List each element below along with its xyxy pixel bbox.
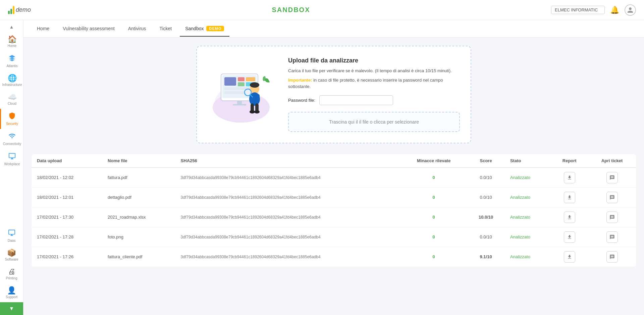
sidebar-toggle[interactable]: ▲ xyxy=(0,21,23,32)
cell-score: 0.0/10 xyxy=(467,168,505,188)
sidebar-label-security: Security xyxy=(6,122,18,126)
open-ticket-button[interactable] xyxy=(606,212,618,223)
sidebar-item-connectivity[interactable]: Connectivity xyxy=(0,129,23,149)
cell-report[interactable] xyxy=(551,168,588,188)
cell-status: Analizzato xyxy=(505,187,551,207)
password-label: Password file: xyxy=(288,98,315,103)
svg-rect-16 xyxy=(256,94,260,102)
sidebar-item-security[interactable]: Security xyxy=(0,109,23,129)
cloud-icon: ☁️ xyxy=(8,93,17,101)
cell-threats: 0 xyxy=(400,207,467,227)
sidebar-item-home[interactable]: 🏠 Home xyxy=(0,32,23,51)
cell-filename: fattura_cliente.pdf xyxy=(102,247,175,267)
cell-score: 0.0/10 xyxy=(467,187,505,207)
upload-title: Upload file da analizzare xyxy=(288,57,460,64)
sidebar: ▲ 🏠 Home Atlantis 🌐 Infrastructure ☁️ Cl… xyxy=(0,20,23,315)
upload-card: Upload file da analizzare Carica il tuo … xyxy=(196,46,471,143)
connectivity-icon xyxy=(8,132,16,141)
cell-open-ticket[interactable] xyxy=(588,247,636,267)
cell-report[interactable] xyxy=(551,227,588,247)
table-row: 17/02/2021 - 17:30 2021_roadmap.xlsx 3df… xyxy=(32,207,636,227)
tab-vulnerability[interactable]: Vulnerability assessment xyxy=(57,21,120,37)
password-input[interactable] xyxy=(319,95,393,105)
download-report-button[interactable] xyxy=(564,192,575,203)
table-body: 18/02/2021 - 12:02 fattura.pdf 3df79d34a… xyxy=(32,168,636,267)
drop-zone[interactable]: Trascina qui il il file o clicca per sel… xyxy=(288,112,460,132)
tab-ticket[interactable]: Ticket xyxy=(154,21,177,37)
printing-icon: 🖨 xyxy=(8,268,15,275)
cell-report[interactable] xyxy=(551,187,588,207)
svg-rect-10 xyxy=(224,91,245,94)
cell-sha256: 3df79d34abbcasda99308e79cb94461c1892604d… xyxy=(175,247,401,267)
sidebar-bottom: Daas 📦 Software 🖨 Printing 👤 Support ▼ xyxy=(0,226,23,315)
table-row: 17/02/2021 - 17:26 fattura_cliente.pdf 3… xyxy=(32,247,636,267)
col-score: Score xyxy=(467,154,505,168)
sidebar-item-atlantis[interactable]: Atlantis xyxy=(0,51,23,71)
cell-sha256: 3df79d34abbcasda99308e79cb94461c1892604d… xyxy=(175,227,401,247)
open-ticket-button[interactable] xyxy=(606,172,618,183)
sidebar-collapse-button[interactable]: ▼ xyxy=(0,302,23,315)
cell-sha256: 3df79d34abbcasda99308e79cb94461c1892604d… xyxy=(175,168,401,188)
col-data-upload: Data upload xyxy=(32,154,102,168)
cell-date: 17/02/2021 - 17:26 xyxy=(32,247,102,267)
sidebar-item-printing[interactable]: 🖨 Printing xyxy=(0,265,23,283)
sidebar-item-cloud[interactable]: ☁️ Cloud xyxy=(0,90,23,109)
download-report-button[interactable] xyxy=(564,231,575,243)
col-apri-ticket: Apri ticket xyxy=(588,154,636,168)
svg-point-20 xyxy=(254,110,260,114)
download-report-button[interactable] xyxy=(564,172,575,183)
cell-open-ticket[interactable] xyxy=(588,187,636,207)
table-header-row: Data upload Nome file SHA256 Minacce ril… xyxy=(32,154,636,168)
header-right: 🔔 xyxy=(551,4,636,16)
sidebar-item-software[interactable]: 📦 Software xyxy=(0,246,23,265)
sidebar-label-support: Support xyxy=(6,295,17,299)
upload-important: Importante: in caso di file protetto, è … xyxy=(288,77,460,90)
cell-threats: 0 xyxy=(400,168,467,188)
cell-status: Analizzato xyxy=(505,168,551,188)
col-sha256: SHA256 xyxy=(175,154,401,168)
support-icon: 👤 xyxy=(7,287,16,294)
svg-rect-4 xyxy=(224,77,236,86)
cell-open-ticket[interactable] xyxy=(588,168,636,188)
sidebar-item-daas[interactable]: Daas xyxy=(0,226,23,246)
tab-sandbox[interactable]: Sandbox DEMO xyxy=(180,21,229,37)
svg-rect-5 xyxy=(238,77,245,81)
upload-content: Upload file da analizzare Carica il tuo … xyxy=(288,57,460,132)
sidebar-label-software: Software xyxy=(5,258,18,261)
col-report: Report xyxy=(551,154,588,168)
important-label: Importante: xyxy=(288,78,312,83)
tab-home[interactable]: Home xyxy=(32,21,55,37)
sidebar-item-workplace[interactable]: Workplace xyxy=(0,149,23,169)
cell-filename: 2021_roadmap.xlsx xyxy=(102,207,175,227)
cell-status: Analizzato xyxy=(505,207,551,227)
svg-rect-11 xyxy=(237,101,242,104)
cell-report[interactable] xyxy=(551,247,588,267)
cell-sha256: 3df79d34abbcasda99308e79cb94461c1892604d… xyxy=(175,187,401,207)
cell-status: Analizzato xyxy=(505,227,551,247)
cell-open-ticket[interactable] xyxy=(588,227,636,247)
svg-rect-12 xyxy=(233,104,246,105)
download-report-button[interactable] xyxy=(564,251,575,263)
sidebar-label-workplace: Workplace xyxy=(4,162,20,166)
company-input[interactable] xyxy=(551,6,605,14)
password-row: Password file: xyxy=(288,95,460,105)
sidebar-item-infrastructure[interactable]: 🌐 Infrastructure xyxy=(0,71,23,90)
table-row: 18/02/2021 - 12:01 dettaglio.pdf 3df79d3… xyxy=(32,187,636,207)
cell-date: 18/02/2021 - 12:02 xyxy=(32,168,102,188)
sidebar-item-support[interactable]: 👤 Support xyxy=(0,283,23,302)
open-ticket-button[interactable] xyxy=(606,251,618,263)
tab-antivirus[interactable]: Antivirus xyxy=(123,21,152,37)
download-report-button[interactable] xyxy=(564,212,575,223)
workplace-icon xyxy=(8,152,16,161)
logo-text: demo xyxy=(16,6,31,13)
daas-icon xyxy=(8,229,15,238)
cell-sha256: 3df79d34abbcasda99308e79cb94461c1892604d… xyxy=(175,207,401,227)
bell-icon[interactable]: 🔔 xyxy=(610,6,619,14)
svg-point-19 xyxy=(250,110,255,114)
cell-report[interactable] xyxy=(551,207,588,227)
cell-open-ticket[interactable] xyxy=(588,207,636,227)
open-ticket-button[interactable] xyxy=(606,231,618,243)
table-row: 17/02/2021 - 17:28 foto.png 3df79d34abbc… xyxy=(32,227,636,247)
user-avatar[interactable] xyxy=(625,4,636,16)
open-ticket-button[interactable] xyxy=(606,192,618,203)
